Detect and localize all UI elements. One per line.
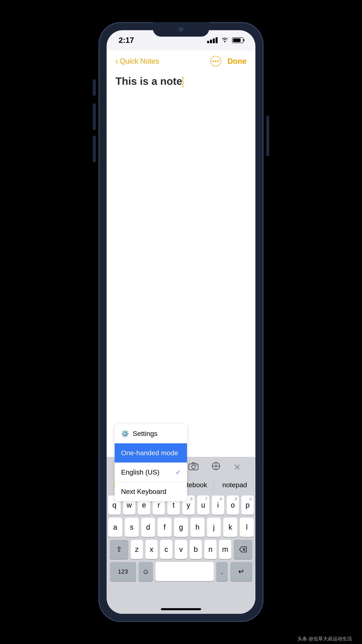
next-keyboard-label: Next Keyboard [121, 488, 166, 496]
back-label: Quick Notes [120, 57, 159, 66]
key-n[interactable]: n [204, 540, 217, 559]
period-key[interactable]: . [216, 562, 228, 581]
home-indicator [161, 608, 201, 610]
nav-bar: ‹ Quick Notes ••• Done [107, 50, 255, 70]
status-time: 2:17 [119, 36, 134, 45]
more-icon: ••• [212, 58, 219, 64]
wifi-icon [221, 37, 228, 44]
note-content: This is a note [115, 75, 182, 87]
key-s[interactable]: s [125, 518, 139, 537]
content-area: ‹ Quick Notes ••• Done This is a note [107, 50, 255, 614]
watermark: 头条 @虫草大叔运动生活 [298, 636, 352, 642]
more-button[interactable]: ••• [211, 56, 221, 66]
key-p[interactable]: 0p [241, 496, 254, 515]
key-shift[interactable]: ⇧ [110, 540, 128, 559]
status-icons [207, 37, 243, 44]
back-button[interactable]: ‹ Quick Notes [115, 57, 159, 66]
volume-mute-button[interactable] [93, 80, 96, 96]
battery-fill [233, 38, 241, 42]
keyboard-row-2: a s d f g h j k l [108, 518, 254, 537]
key-d[interactable]: d [141, 518, 155, 537]
key-u[interactable]: 7u [197, 496, 210, 515]
english-label: English (US) [121, 468, 159, 476]
close-icon[interactable]: ✕ [234, 462, 241, 472]
front-camera [179, 27, 183, 32]
text-cursor [183, 76, 183, 88]
signal-bar-2 [210, 40, 212, 43]
numbers-key[interactable]: 123 [110, 562, 136, 581]
space-key[interactable] [155, 562, 214, 581]
keyboard: 1q 2w 3e 4r 5t 6y 7u 8i 9o 0p [107, 493, 255, 614]
settings-label: Settings [133, 430, 157, 438]
keyboard-rows: 1q 2w 3e 4r 5t 6y 7u 8i 9o 0p [107, 493, 255, 581]
key-k[interactable]: k [223, 518, 237, 537]
signal-bar-3 [213, 38, 215, 43]
keyboard-row-3: ⇧ z x c v b n m [110, 540, 252, 559]
key-l[interactable]: l [240, 518, 254, 537]
return-key[interactable]: ↵ [230, 562, 252, 581]
battery-icon [232, 38, 243, 43]
dropdown-menu: ⚙️ Settings One-handed mode English (US)… [115, 424, 187, 501]
dropdown-one-handed[interactable]: One-handed mode [115, 443, 187, 463]
emoji-key[interactable]: ☺ [139, 562, 153, 581]
svg-point-15 [196, 465, 197, 466]
key-a[interactable]: a [108, 518, 122, 537]
dropdown-settings[interactable]: ⚙️ Settings [115, 424, 187, 443]
key-b[interactable]: b [190, 540, 202, 559]
settings-gear-icon: ⚙️ [121, 430, 129, 438]
svg-point-0 [224, 41, 225, 42]
key-j[interactable]: j [207, 518, 221, 537]
notch [153, 22, 209, 37]
volume-up-button[interactable] [93, 104, 96, 130]
dropdown-english[interactable]: English (US) ✓ [115, 463, 187, 482]
note-text: This is a note [115, 74, 247, 88]
key-z[interactable]: z [131, 540, 143, 559]
key-x[interactable]: x [145, 540, 158, 559]
svg-point-19 [215, 466, 217, 467]
dropdown-next-keyboard[interactable]: Next Keyboard [115, 482, 187, 501]
volume-down-button[interactable] [93, 136, 96, 162]
key-f[interactable]: f [157, 518, 172, 537]
key-v[interactable]: v [175, 540, 187, 559]
location-icon[interactable] [212, 462, 220, 472]
chevron-left-icon: ‹ [115, 57, 118, 66]
note-area[interactable]: This is a note [107, 70, 255, 92]
key-o[interactable]: 9o [227, 496, 239, 515]
phone-frame: 2:17 [98, 22, 264, 622]
delete-key[interactable] [234, 540, 252, 559]
key-g[interactable]: g [174, 518, 188, 537]
key-i[interactable]: 8i [212, 496, 224, 515]
nav-right: ••• Done [211, 56, 247, 66]
signal-icon [207, 37, 218, 43]
signal-bar-1 [207, 41, 209, 43]
one-handed-label: One-handed mode [121, 449, 178, 457]
keyboard-row-4: 123 ☺ . ↵ [110, 562, 252, 581]
svg-point-14 [192, 465, 195, 469]
check-icon: ✓ [176, 469, 181, 476]
key-h[interactable]: h [190, 518, 205, 537]
signal-bar-4 [216, 37, 218, 43]
camera-icon[interactable] [188, 462, 199, 472]
phone-screen: 2:17 [107, 30, 255, 614]
done-button[interactable]: Done [227, 57, 247, 66]
key-c[interactable]: c [160, 540, 172, 559]
power-button[interactable] [266, 116, 269, 156]
key-m[interactable]: m [219, 540, 231, 559]
predictive-word-3[interactable]: notepad [214, 476, 255, 493]
